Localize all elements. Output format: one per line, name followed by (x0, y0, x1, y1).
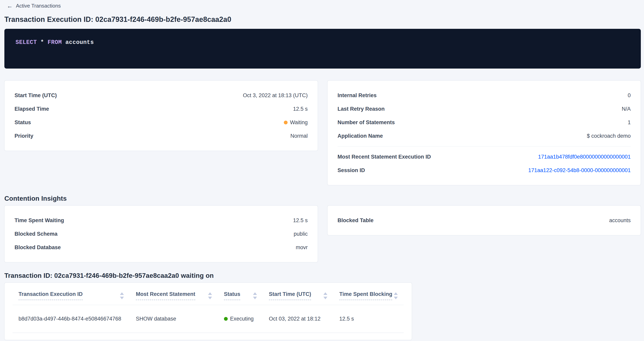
row-last-retry-reason: Last Retry Reason N/A (338, 102, 631, 116)
row-blocked-database: Blocked Database movr (14, 241, 308, 254)
sort-up-arrow (120, 292, 124, 295)
blocked-table-label: Blocked Table (338, 217, 374, 224)
sort-icon[interactable] (208, 292, 212, 299)
sort-up-arrow (324, 292, 327, 295)
contention-section: Contention Insights Time Spent Waiting 1… (4, 195, 641, 262)
header-most-recent-statement-label: Most Recent Statement (136, 291, 195, 300)
row-application-name: Application Name $ cockroach demo (338, 129, 631, 143)
row-session-id: Session ID 171aa122-c092-54b8-0000-00000… (338, 164, 631, 177)
transaction-details-page: ← Active Transactions Transaction Execut… (0, 0, 644, 340)
sort-down-arrow (208, 297, 212, 299)
sort-down-arrow (120, 297, 124, 299)
contention-left-card: Time Spent Waiting 12.5 s Blocked Schema… (4, 205, 318, 262)
row-time-spent-waiting: Time Spent Waiting 12.5 s (14, 214, 308, 227)
statement-execution-id-label: Most Recent Statement Execution ID (338, 154, 431, 160)
sql-keyword-select: SELECT (16, 39, 37, 46)
header-status[interactable]: Status (218, 291, 263, 300)
cell-transaction-execution-id: b8d7d03a-d497-446b-8474-e50846674768 (12, 316, 130, 322)
table-footer-space (12, 333, 404, 340)
blocked-database-label: Blocked Database (14, 244, 61, 251)
header-start-time[interactable]: Start Time (UTC) (263, 291, 333, 300)
cell-time-spent-blocking: 12.5 s (333, 316, 404, 322)
sql-star: * (40, 39, 44, 46)
sort-icon[interactable] (120, 292, 124, 299)
elapsed-time-value: 12.5 s (293, 106, 308, 112)
contention-cards-row: Time Spent Waiting 12.5 s Blocked Schema… (4, 205, 641, 262)
executing-status-dot (224, 317, 228, 321)
page-title: Transaction Execution ID: 02ca7931-f246-… (4, 15, 641, 24)
row-elapsed-time: Elapsed Time 12.5 s (14, 102, 308, 116)
sort-up-arrow (394, 292, 398, 295)
sort-icon[interactable] (324, 292, 327, 299)
time-spent-waiting-label: Time Spent Waiting (14, 217, 64, 224)
row-status: Status Waiting (14, 116, 308, 129)
cell-most-recent-statement: SHOW database (130, 316, 218, 322)
back-link-label: Active Transactions (16, 3, 61, 9)
application-name-label: Application Name (338, 133, 383, 139)
number-of-statements-label: Number of Statements (338, 119, 395, 126)
header-most-recent-statement[interactable]: Most Recent Statement (130, 291, 218, 300)
header-time-spent-blocking[interactable]: Time Spent Blocking (333, 291, 404, 300)
row-number-of-statements: Number of Statements 1 (338, 116, 631, 129)
time-spent-waiting-value: 12.5 s (293, 217, 308, 224)
header-status-label: Status (224, 291, 240, 300)
application-name-value: $ cockroach demo (587, 133, 631, 139)
last-retry-reason-value: N/A (622, 106, 631, 112)
waiting-on-table-card: Transaction Execution ID Most Recent Sta… (4, 283, 412, 340)
row-blocked-schema: Blocked Schema public (14, 227, 308, 241)
session-id-link[interactable]: 171aa122-c092-54b8-0000-000000000001 (528, 167, 631, 173)
cell-status: Executing (218, 316, 263, 322)
blocked-schema-label: Blocked Schema (14, 231, 58, 237)
sort-up-arrow (253, 292, 257, 295)
elapsed-time-label: Elapsed Time (14, 106, 49, 112)
sort-down-arrow (253, 297, 257, 299)
cell-status-text: Executing (230, 316, 254, 322)
start-time-label: Start Time (UTC) (14, 92, 57, 99)
status-label: Status (14, 119, 31, 126)
row-start-time: Start Time (UTC) Oct 3, 2022 at 18:13 (U… (14, 89, 308, 102)
table-header-row: Transaction Execution ID Most Recent Sta… (12, 283, 404, 305)
waiting-on-table: Transaction Execution ID Most Recent Sta… (12, 283, 404, 340)
row-statement-execution-id: Most Recent Statement Execution ID 171aa… (338, 150, 631, 164)
sql-statement-box: SELECT * FROM accounts (4, 29, 641, 68)
overview-card: Start Time (UTC) Oct 3, 2022 at 18:13 (U… (4, 80, 318, 151)
status-text: Waiting (290, 119, 308, 125)
sql-statement: SELECT * FROM accounts (16, 39, 630, 46)
sort-icon[interactable] (394, 292, 398, 299)
sort-icon[interactable] (253, 292, 257, 299)
start-time-value: Oct 3, 2022 at 18:13 (UTC) (243, 92, 308, 99)
blocked-schema-value: public (294, 231, 308, 237)
statement-execution-id-link[interactable]: 171aa1b478fdf0e80000000000000001 (538, 154, 631, 160)
status-value: Waiting (284, 119, 308, 126)
header-start-time-label: Start Time (UTC) (269, 291, 311, 300)
row-internal-retries: Internal Retries 0 (338, 89, 631, 102)
sort-down-arrow (394, 297, 398, 299)
back-link-active-transactions[interactable]: ← Active Transactions (7, 3, 61, 9)
priority-value: Normal (290, 133, 308, 139)
sql-table-name: accounts (66, 39, 94, 46)
waiting-on-section: Transaction ID: 02ca7931-f246-469b-b2fe-… (4, 272, 641, 340)
blocked-table-value: accounts (609, 217, 631, 224)
arrow-left-icon: ← (7, 3, 13, 9)
row-priority: Priority Normal (14, 129, 308, 143)
internal-retries-value: 0 (628, 92, 631, 99)
header-transaction-execution-id[interactable]: Transaction Execution ID (12, 291, 130, 300)
sort-down-arrow (324, 297, 327, 299)
internal-retries-label: Internal Retries (338, 92, 377, 99)
header-time-spent-blocking-label: Time Spent Blocking (339, 291, 392, 300)
waiting-status-dot (284, 121, 288, 124)
sort-up-arrow (208, 292, 212, 295)
number-of-statements-value: 1 (628, 119, 631, 126)
cell-start-time: Oct 03, 2022 at 18:12 (263, 316, 333, 322)
summary-cards-row: Start Time (UTC) Oct 3, 2022 at 18:13 (U… (4, 80, 641, 185)
details-card: Internal Retries 0 Last Retry Reason N/A… (327, 80, 641, 185)
waiting-on-heading: Transaction ID: 02ca7931-f246-469b-b2fe-… (4, 272, 641, 279)
blocked-database-value: movr (296, 244, 308, 251)
row-blocked-table: Blocked Table accounts (338, 214, 631, 227)
card-divider (338, 146, 631, 146)
header-transaction-execution-id-label: Transaction Execution ID (18, 291, 83, 300)
contention-right-card: Blocked Table accounts (327, 205, 641, 235)
priority-label: Priority (14, 133, 34, 139)
session-id-label: Session ID (338, 167, 365, 173)
contention-insights-heading: Contention Insights (4, 195, 641, 202)
